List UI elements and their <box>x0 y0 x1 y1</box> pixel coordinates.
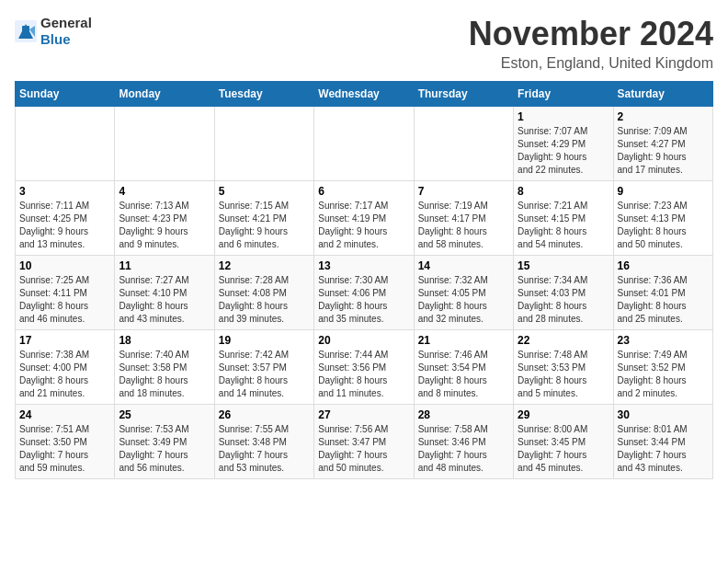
day-detail: Sunrise: 7:13 AM Sunset: 4:23 PM Dayligh… <box>119 200 210 251</box>
day-number: 12 <box>219 259 310 272</box>
day-number: 24 <box>19 408 110 421</box>
calendar-day-cell: 2Sunrise: 7:09 AM Sunset: 4:27 PM Daylig… <box>613 107 712 181</box>
day-detail: Sunrise: 7:07 AM Sunset: 4:29 PM Dayligh… <box>518 125 609 177</box>
day-number: 7 <box>418 185 509 198</box>
day-detail: Sunrise: 7:56 AM Sunset: 3:47 PM Dayligh… <box>318 423 409 475</box>
day-number: 14 <box>418 259 509 272</box>
calendar-day-cell: 11Sunrise: 7:27 AM Sunset: 4:10 PM Dayli… <box>115 256 214 330</box>
calendar-day-cell: 5Sunrise: 7:15 AM Sunset: 4:21 PM Daylig… <box>214 181 313 256</box>
weekday-header: Friday <box>514 82 613 107</box>
day-detail: Sunrise: 7:15 AM Sunset: 4:21 PM Dayligh… <box>219 200 310 251</box>
day-detail: Sunrise: 7:40 AM Sunset: 3:58 PM Dayligh… <box>119 349 210 400</box>
day-detail: Sunrise: 7:44 AM Sunset: 3:56 PM Dayligh… <box>318 349 409 400</box>
day-number: 2 <box>618 110 709 123</box>
day-number: 25 <box>119 408 210 421</box>
day-detail: Sunrise: 7:53 AM Sunset: 3:49 PM Dayligh… <box>119 423 210 475</box>
calendar-week-row: 3Sunrise: 7:11 AM Sunset: 4:25 PM Daylig… <box>16 181 713 256</box>
calendar-day-cell: 21Sunrise: 7:46 AM Sunset: 3:54 PM Dayli… <box>414 330 513 405</box>
header: General Blue November 2024 Eston, Englan… <box>15 15 713 72</box>
day-number: 3 <box>19 185 110 198</box>
calendar-day-cell <box>214 107 313 181</box>
day-number: 6 <box>318 185 409 198</box>
calendar-day-cell: 22Sunrise: 7:48 AM Sunset: 3:53 PM Dayli… <box>514 330 613 405</box>
calendar-day-cell: 10Sunrise: 7:25 AM Sunset: 4:11 PM Dayli… <box>16 256 115 330</box>
weekday-header: Wednesday <box>314 82 414 107</box>
calendar-day-cell: 26Sunrise: 7:55 AM Sunset: 3:48 PM Dayli… <box>214 405 313 479</box>
calendar-week-row: 17Sunrise: 7:38 AM Sunset: 4:00 PM Dayli… <box>16 330 713 405</box>
day-number: 30 <box>618 408 709 421</box>
day-number: 17 <box>19 334 110 347</box>
title-area: November 2024 Eston, England, United Kin… <box>469 15 713 72</box>
weekday-header-row: SundayMondayTuesdayWednesdayThursdayFrid… <box>16 82 713 107</box>
day-detail: Sunrise: 7:36 AM Sunset: 4:01 PM Dayligh… <box>618 274 709 326</box>
day-number: 23 <box>618 334 709 347</box>
day-number: 28 <box>418 408 509 421</box>
day-detail: Sunrise: 7:32 AM Sunset: 4:05 PM Dayligh… <box>418 274 509 326</box>
logo-general-text: General <box>40 15 92 30</box>
calendar-day-cell: 15Sunrise: 7:34 AM Sunset: 4:03 PM Dayli… <box>514 256 613 330</box>
weekday-header: Saturday <box>613 82 712 107</box>
logo-icon <box>15 20 37 42</box>
day-number: 27 <box>318 408 409 421</box>
weekday-header: Sunday <box>16 82 115 107</box>
logo: General Blue <box>15 15 92 48</box>
day-detail: Sunrise: 7:11 AM Sunset: 4:25 PM Dayligh… <box>19 200 110 251</box>
calendar-day-cell: 14Sunrise: 7:32 AM Sunset: 4:05 PM Dayli… <box>414 256 513 330</box>
calendar-day-cell: 27Sunrise: 7:56 AM Sunset: 3:47 PM Dayli… <box>314 405 414 479</box>
day-number: 1 <box>518 110 609 123</box>
calendar-day-cell: 17Sunrise: 7:38 AM Sunset: 4:00 PM Dayli… <box>16 330 115 405</box>
day-detail: Sunrise: 7:55 AM Sunset: 3:48 PM Dayligh… <box>219 423 310 475</box>
calendar-day-cell: 7Sunrise: 7:19 AM Sunset: 4:17 PM Daylig… <box>414 181 513 256</box>
day-number: 20 <box>318 334 409 347</box>
calendar-day-cell: 18Sunrise: 7:40 AM Sunset: 3:58 PM Dayli… <box>115 330 214 405</box>
day-detail: Sunrise: 7:23 AM Sunset: 4:13 PM Dayligh… <box>618 200 709 251</box>
calendar-table: SundayMondayTuesdayWednesdayThursdayFrid… <box>15 81 713 479</box>
day-detail: Sunrise: 7:30 AM Sunset: 4:06 PM Dayligh… <box>318 274 409 326</box>
calendar-day-cell: 12Sunrise: 7:28 AM Sunset: 4:08 PM Dayli… <box>214 256 313 330</box>
calendar-day-cell <box>414 107 513 181</box>
calendar-day-cell: 29Sunrise: 8:00 AM Sunset: 3:45 PM Dayli… <box>514 405 613 479</box>
day-number: 13 <box>318 259 409 272</box>
calendar-day-cell: 13Sunrise: 7:30 AM Sunset: 4:06 PM Dayli… <box>314 256 414 330</box>
calendar-day-cell <box>314 107 414 181</box>
day-detail: Sunrise: 7:09 AM Sunset: 4:27 PM Dayligh… <box>618 125 709 177</box>
day-number: 5 <box>219 185 310 198</box>
day-number: 10 <box>19 259 110 272</box>
day-number: 21 <box>418 334 509 347</box>
calendar-day-cell: 6Sunrise: 7:17 AM Sunset: 4:19 PM Daylig… <box>314 181 414 256</box>
calendar-week-row: 10Sunrise: 7:25 AM Sunset: 4:11 PM Dayli… <box>16 256 713 330</box>
day-detail: Sunrise: 7:28 AM Sunset: 4:08 PM Dayligh… <box>219 274 310 326</box>
day-detail: Sunrise: 7:19 AM Sunset: 4:17 PM Dayligh… <box>418 200 509 251</box>
calendar-subtitle: Eston, England, United Kingdom <box>469 55 713 72</box>
day-number: 15 <box>518 259 609 272</box>
day-detail: Sunrise: 7:46 AM Sunset: 3:54 PM Dayligh… <box>418 349 509 400</box>
day-detail: Sunrise: 7:38 AM Sunset: 4:00 PM Dayligh… <box>19 349 110 400</box>
day-number: 26 <box>219 408 310 421</box>
day-detail: Sunrise: 7:51 AM Sunset: 3:50 PM Dayligh… <box>19 423 110 475</box>
day-number: 22 <box>518 334 609 347</box>
calendar-week-row: 24Sunrise: 7:51 AM Sunset: 3:50 PM Dayli… <box>16 405 713 479</box>
calendar-day-cell: 23Sunrise: 7:49 AM Sunset: 3:52 PM Dayli… <box>613 330 712 405</box>
calendar-day-cell: 9Sunrise: 7:23 AM Sunset: 4:13 PM Daylig… <box>613 181 712 256</box>
day-detail: Sunrise: 8:01 AM Sunset: 3:44 PM Dayligh… <box>618 423 709 475</box>
calendar-day-cell: 19Sunrise: 7:42 AM Sunset: 3:57 PM Dayli… <box>214 330 313 405</box>
weekday-header: Monday <box>115 82 214 107</box>
calendar-day-cell: 1Sunrise: 7:07 AM Sunset: 4:29 PM Daylig… <box>514 107 613 181</box>
calendar-day-cell: 3Sunrise: 7:11 AM Sunset: 4:25 PM Daylig… <box>16 181 115 256</box>
calendar-day-cell <box>16 107 115 181</box>
day-number: 9 <box>618 185 709 198</box>
calendar-day-cell: 8Sunrise: 7:21 AM Sunset: 4:15 PM Daylig… <box>514 181 613 256</box>
day-number: 19 <box>219 334 310 347</box>
weekday-header: Thursday <box>414 82 513 107</box>
day-detail: Sunrise: 7:25 AM Sunset: 4:11 PM Dayligh… <box>19 274 110 326</box>
calendar-day-cell: 30Sunrise: 8:01 AM Sunset: 3:44 PM Dayli… <box>613 405 712 479</box>
day-detail: Sunrise: 7:17 AM Sunset: 4:19 PM Dayligh… <box>318 200 409 251</box>
day-number: 16 <box>618 259 709 272</box>
day-detail: Sunrise: 7:42 AM Sunset: 3:57 PM Dayligh… <box>219 349 310 400</box>
day-detail: Sunrise: 7:58 AM Sunset: 3:46 PM Dayligh… <box>418 423 509 475</box>
logo-blue-text: Blue <box>40 31 71 47</box>
day-detail: Sunrise: 7:27 AM Sunset: 4:10 PM Dayligh… <box>119 274 210 326</box>
calendar-day-cell: 25Sunrise: 7:53 AM Sunset: 3:49 PM Dayli… <box>115 405 214 479</box>
day-number: 18 <box>119 334 210 347</box>
calendar-day-cell: 4Sunrise: 7:13 AM Sunset: 4:23 PM Daylig… <box>115 181 214 256</box>
